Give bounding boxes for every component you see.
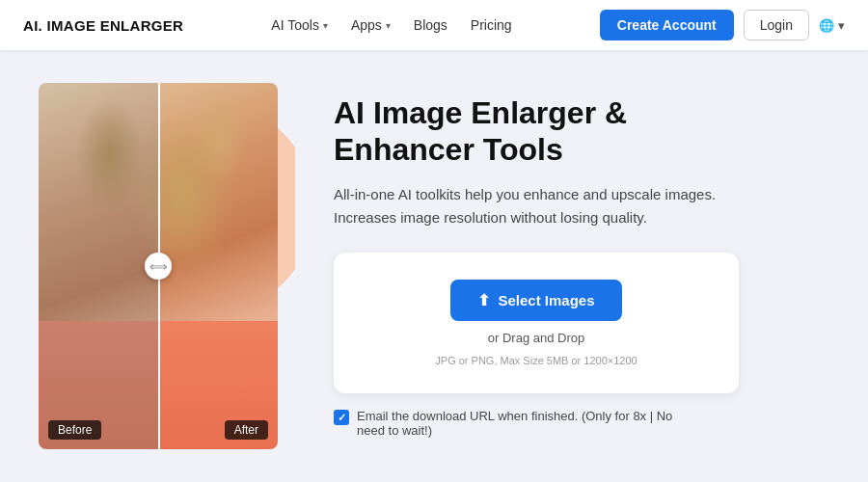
upload-card: ⬆ Select Images or Drag and Drop JPG or … (334, 253, 739, 393)
nav-actions: Create Account Login 🌐 ▾ (600, 10, 845, 40)
drag-drop-text: or Drag and Drop (488, 331, 584, 345)
image-compare: ⟺ Before After (39, 83, 278, 449)
email-note-row: Email the download URL when finished. (O… (334, 409, 700, 438)
nav-ai-tools-label: AI Tools (271, 17, 319, 33)
upload-icon: ⬆ (477, 291, 490, 309)
hero-content: AI Image Enlarger & Enhancer Tools All-i… (334, 94, 739, 439)
nav-blogs-label: Blogs (414, 17, 448, 33)
nav-ai-tools[interactable]: AI Tools ▾ (271, 17, 328, 33)
chevron-down-icon: ▾ (323, 20, 328, 31)
create-account-button[interactable]: Create Account (600, 10, 734, 40)
before-label: Before (48, 420, 101, 440)
nav-links: AI Tools ▾ Apps ▾ Blogs Pricing (214, 17, 569, 33)
after-photo (158, 83, 278, 449)
language-selector[interactable]: 🌐 ▾ (819, 18, 845, 33)
file-hint-text: JPG or PNG, Max Size 5MB or 1200×1200 (435, 355, 637, 366)
select-images-label: Select Images (498, 292, 594, 308)
email-checkbox[interactable] (334, 410, 349, 425)
chevron-down-icon: ▾ (838, 18, 845, 33)
nav-pricing[interactable]: Pricing (471, 17, 512, 33)
navbar: AI. IMAGE ENLARGER AI Tools ▾ Apps ▾ Blo… (0, 0, 868, 50)
site-logo: AI. IMAGE ENLARGER (23, 17, 183, 34)
image-compare-wrapper: ⟺ Before After (15, 64, 295, 469)
nav-apps[interactable]: Apps ▾ (351, 17, 391, 33)
globe-icon: 🌐 (819, 18, 834, 33)
nav-apps-label: Apps (351, 17, 382, 33)
email-note-text: Email the download URL when finished. (O… (357, 409, 700, 438)
chevron-down-icon: ▾ (386, 20, 391, 31)
nav-blogs[interactable]: Blogs (414, 17, 448, 33)
nav-pricing-label: Pricing (471, 17, 512, 33)
hero-description: All-in-one AI toolkits help you enhance … (334, 183, 739, 229)
login-button[interactable]: Login (744, 10, 809, 40)
divider-handle[interactable]: ⟺ (145, 253, 172, 280)
before-photo (39, 83, 158, 449)
main-content: ⟺ Before After AI Image Enlarger & Enhan… (0, 50, 868, 482)
hero-title: AI Image Enlarger & Enhancer Tools (334, 94, 739, 169)
select-images-button[interactable]: ⬆ Select Images (450, 280, 621, 321)
after-label: After (225, 420, 268, 440)
